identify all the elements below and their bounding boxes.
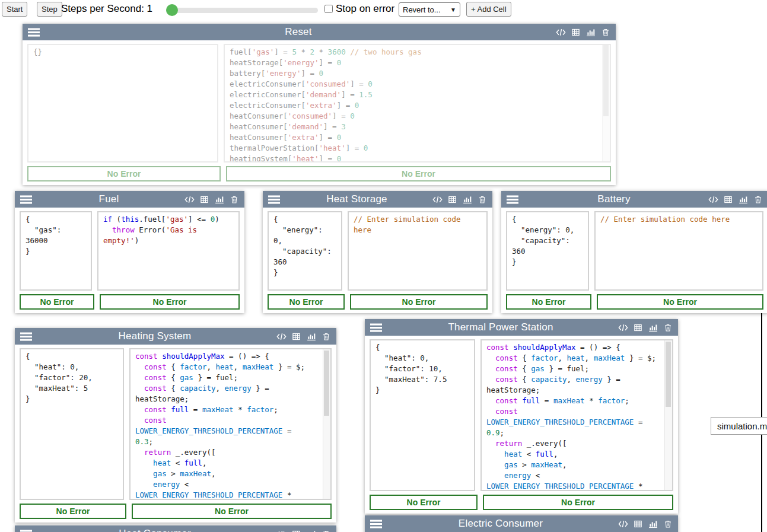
scrollbar[interactable] <box>602 45 610 161</box>
menu-icon[interactable] <box>370 520 383 528</box>
chart-icon[interactable] <box>648 519 658 529</box>
code-icon[interactable] <box>276 529 287 532</box>
json-line: "heat": 0, <box>26 362 118 372</box>
add-cell-button[interactable]: + Add Cell <box>466 2 511 17</box>
menu-icon[interactable] <box>20 195 33 204</box>
code-icon[interactable] <box>618 519 628 529</box>
menu-icon[interactable] <box>20 332 33 341</box>
table-icon[interactable] <box>723 195 733 205</box>
code-line: heatStorage['energy'] = 0 <box>230 58 598 68</box>
chart-icon[interactable] <box>462 195 472 205</box>
code-line: heat < full, <box>486 449 660 460</box>
step-button[interactable]: Step <box>37 2 62 17</box>
code-editor-panel[interactable]: const shouldApplyMax = () => { const { f… <box>480 339 673 491</box>
code-icon[interactable] <box>556 27 566 37</box>
code-icon[interactable] <box>184 195 195 205</box>
cell-thermal-power-station: Thermal Power Station{ "heat": 0, "facto… <box>365 319 678 514</box>
stop-on-error-checkbox[interactable] <box>324 5 333 13</box>
chart-icon[interactable] <box>214 195 224 205</box>
cell-body: {}fuel['gas'] = 5 * 2 * 3600 // two hour… <box>23 40 616 163</box>
chart-icon[interactable] <box>306 529 316 532</box>
state-error-status: No Error <box>268 294 345 310</box>
code-line: return _.every([ <box>135 447 319 458</box>
scrollbar-thumb[interactable] <box>666 342 671 407</box>
cell-header-icons <box>556 27 610 37</box>
trash-icon[interactable] <box>321 529 331 532</box>
code-line: const { gas } = fuel; <box>135 372 319 383</box>
menu-icon[interactable] <box>20 530 33 532</box>
trash-icon[interactable] <box>477 195 487 205</box>
table-icon[interactable] <box>633 323 643 333</box>
code-editor-panel[interactable]: fuel['gas'] = 5 * 2 * 3600 // two hours … <box>224 44 611 163</box>
cell-electric-consumer: Electric Consumer <box>365 515 678 532</box>
speed-slider[interactable] <box>166 4 318 16</box>
state-json-panel[interactable]: { "heat": 0, "factor": 20, "maxHeat": 5} <box>20 348 124 500</box>
json-line: } <box>273 267 336 278</box>
slider-track[interactable] <box>166 8 318 13</box>
cell-body: { "gas":36000}if (this.fuel['gas'] <= 0)… <box>15 208 244 291</box>
code-editor-panel[interactable]: const shouldApplyMax = () => { const { f… <box>129 348 332 500</box>
code-error-status: No Error <box>597 294 763 310</box>
menu-icon[interactable] <box>370 323 383 332</box>
trash-icon[interactable] <box>753 195 763 205</box>
json-line: "energy": <box>273 225 336 235</box>
state-error-status: No Error <box>20 504 126 519</box>
scrollbar-thumb[interactable] <box>603 45 609 116</box>
state-json-panel[interactable]: { "energy":0, "capacity":360} <box>268 211 342 291</box>
slider-thumb[interactable] <box>166 4 178 16</box>
json-line: "factor": 20, <box>26 372 118 383</box>
code-editor-panel[interactable]: // Enter simulation code here <box>594 211 763 291</box>
chart-icon[interactable] <box>306 332 316 342</box>
state-json-panel[interactable]: { "gas":36000} <box>20 211 92 291</box>
state-error-status: No Error <box>506 294 591 310</box>
chart-icon[interactable] <box>648 323 658 333</box>
scrollbar[interactable] <box>323 349 330 499</box>
trash-icon[interactable] <box>229 195 239 205</box>
state-error-status: No Error <box>370 495 478 510</box>
trash-icon[interactable] <box>321 332 331 342</box>
code-icon[interactable] <box>708 195 718 205</box>
table-icon[interactable] <box>291 332 301 342</box>
chart-icon[interactable] <box>738 195 748 205</box>
menu-icon[interactable] <box>268 195 281 204</box>
trash-icon[interactable] <box>663 519 673 529</box>
cell-heat-storage: Heat Storage{ "energy":0, "capacity":360… <box>263 191 492 313</box>
state-json-panel[interactable]: {} <box>27 44 218 163</box>
table-icon[interactable] <box>571 27 581 37</box>
code-line: const { gas } = fuel; <box>486 364 660 374</box>
code-editor-panel[interactable]: if (this.fuel['gas'] <= 0) throw Error('… <box>97 211 240 291</box>
code-icon[interactable] <box>432 195 443 205</box>
cell-header: Reset <box>23 24 616 40</box>
code-line: const full = maxHeat * factor; <box>486 396 660 406</box>
code-icon[interactable] <box>276 332 287 342</box>
revert-select[interactable]: Revert to... ▼ <box>399 2 460 17</box>
trash-icon[interactable] <box>600 27 610 37</box>
chart-icon[interactable] <box>585 27 596 37</box>
code-line: empty!') <box>103 235 234 246</box>
table-icon[interactable] <box>447 195 457 205</box>
code-line: fuel['gas'] = 5 * 2 * 3600 // two hours … <box>230 47 598 58</box>
json-line: } <box>26 394 118 404</box>
code-line: const shouldApplyMax = () => { <box>486 342 660 353</box>
code-line: return _.every([ <box>486 438 660 449</box>
scrollbar[interactable] <box>664 340 672 490</box>
json-line: "maxHeat": 5 <box>26 383 118 394</box>
code-icon[interactable] <box>618 323 628 333</box>
revert-select-value: Revert to... <box>403 5 441 14</box>
table-icon[interactable] <box>199 195 209 205</box>
cell-title: Thermal Power Station <box>383 321 618 333</box>
code-line: gas > maxHeat, <box>135 469 319 479</box>
json-line: "maxHeat": 7.5 <box>375 374 469 385</box>
table-icon[interactable] <box>633 519 643 529</box>
state-json-panel[interactable]: { "energy": 0, "capacity":360} <box>506 211 589 291</box>
table-icon[interactable] <box>291 529 301 532</box>
start-button[interactable]: Start <box>2 2 27 17</box>
json-line: { <box>375 342 469 353</box>
scrollbar-thumb[interactable] <box>324 351 329 416</box>
code-line: 0.3; <box>135 437 319 447</box>
trash-icon[interactable] <box>663 323 673 333</box>
menu-icon[interactable] <box>28 28 41 37</box>
code-editor-panel[interactable]: // Enter simulation codehere <box>348 211 488 291</box>
state-json-panel[interactable]: { "heat": 0, "factor": 10, "maxHeat": 7.… <box>370 339 475 491</box>
menu-icon[interactable] <box>507 195 520 204</box>
